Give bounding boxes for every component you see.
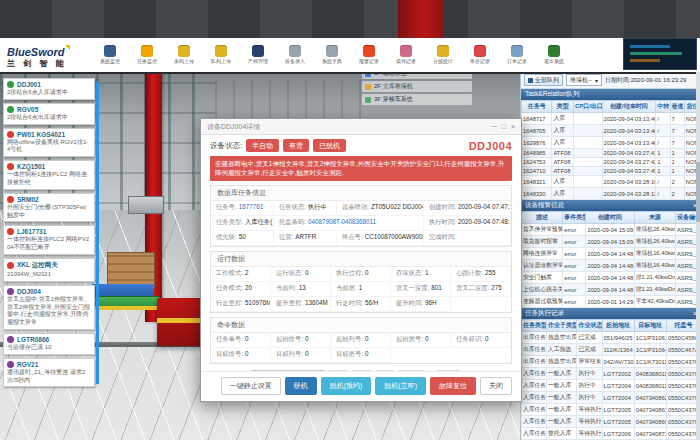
table-cell: /: [656, 125, 670, 137]
table-row[interactable]: 入库任务一般入库等待执行LGT7200504073408670550C43760…: [522, 404, 700, 416]
table-row[interactable]: 1648330入库2020-09-04 03:28:12/2NON: [522, 188, 700, 200]
table-row[interactable]: 入库任务一般入库执行中LGT7200404083680110550C437600…: [522, 380, 700, 392]
table-cell: error: [563, 224, 586, 236]
table-row[interactable]: 变频器过载预警error2020-09-01 14:29:20平车42,40kw…: [522, 296, 700, 308]
column-header[interactable]: 托盘号: [666, 320, 700, 332]
panel-scrollbar-thumb[interactable]: [696, 162, 700, 222]
column-header[interactable]: 起始地址: [602, 320, 634, 332]
column-header[interactable]: 描述: [522, 212, 563, 224]
table-row[interactable]: 出库任务人工拣选已完成112/K/13641C1/P310640550C467A…: [522, 344, 700, 356]
toolbar-button[interactable]: 库存记录: [461, 45, 498, 65]
table-cell: 变频器过载预警: [522, 296, 563, 308]
column-header[interactable]: 任务号: [522, 101, 552, 113]
device-card[interactable]: KZQ1501一体控制柜1连接PLC2 网络连接被拒绝: [3, 160, 95, 190]
column-header[interactable]: 创建/结束时间: [602, 101, 656, 113]
device-type-select[interactable]: 堆垛机-- ▾: [566, 74, 602, 86]
field-cell: 任务标识:0: [451, 333, 511, 348]
toolbar-button[interactable]: 产线管理: [239, 45, 276, 65]
panel-scrollbar[interactable]: [696, 72, 700, 440]
table-cell: 整托入库: [547, 428, 577, 440]
device-card[interactable]: DDJ004货叉左脱中,货叉1伸报文异常,货叉2伸报文异常,外围安全门报警中,行…: [3, 285, 95, 330]
table-row[interactable]: 认址器读数异常error2020-09-04 14:48:34堆垛机16,40k…: [522, 260, 700, 272]
column-header[interactable]: 巷道: [670, 101, 684, 113]
toolbar-button[interactable]: 报警记录: [350, 45, 387, 65]
device-card[interactable]: LJ617731一体控制柜连接PLC2 网络PV204不匹配已断开: [3, 225, 95, 255]
table-row[interactable]: 网络连接异常error2020-09-04 14:48:34堆垛机16,40kw…: [522, 248, 700, 260]
footer-button[interactable]: 脱机(立即): [375, 377, 426, 395]
table-row[interactable]: 货叉伸异常预警error2020-09-04 15:09:26堆垛机26,40k…: [522, 224, 700, 236]
table-row[interactable]: 1624753ATF082020-09-04 03:27:4211NON: [522, 158, 700, 167]
field-cell: 当前层:1: [331, 282, 391, 297]
field-cell: 运行状态:0: [271, 267, 331, 282]
table-row[interactable]: 1648985ATF082020-09-04 03:27:4111NON: [522, 149, 700, 158]
toolbar-button[interactable]: 系统字典: [313, 45, 350, 65]
toolbar-button[interactable]: 操作记录: [387, 45, 424, 65]
footer-button[interactable]: 关闭: [480, 377, 512, 395]
table-cell: 1C1/P31061: [634, 332, 666, 344]
table-row[interactable]: 入库任务一般入库执行中LGT7200404073408620550C437600…: [522, 392, 700, 404]
table-row[interactable]: 1648717入库2020-09-04 03:13:40/7NON: [522, 113, 700, 125]
column-header[interactable]: 目标地址: [634, 320, 666, 332]
field-label: 目标层号:: [336, 350, 363, 357]
task-info-section: 数据库任务信息 任务号:1677761任务状态:执行中设备联动:ZT05U022…: [210, 185, 512, 247]
legend-item[interactable]: 3F 穿梭车系统: [362, 94, 472, 105]
field-cell: 位置:ARTFR: [274, 231, 337, 246]
maximize-icon[interactable]: □: [502, 123, 506, 130]
toolbar-button[interactable]: 分拣统计: [424, 45, 461, 65]
toolbar-button[interactable]: 订单记录: [498, 45, 535, 65]
table-cell: LGT72004: [602, 392, 634, 404]
column-header[interactable]: 类型: [552, 101, 573, 113]
table-row[interactable]: 1648705入库2020-09-04 03:13:40/7NON: [522, 125, 700, 137]
field-value[interactable]: 1677761: [239, 203, 264, 210]
device-card[interactable]: RGV052排站台6点出库请求中: [3, 103, 95, 125]
device-card[interactable]: PW01 KGS4021网络offline设备离线 RGV2排1-4号机: [3, 128, 95, 158]
column-header[interactable]: 中转: [656, 101, 670, 113]
table-row[interactable]: 入库任务一般入库等待执行LGT7200504073408690550C43760…: [522, 416, 700, 428]
table-row[interactable]: 上位机心跳丢失error2020-09-04 14:48:30排1.21,40k…: [522, 284, 700, 296]
column-header[interactable]: CP口/出口: [573, 101, 602, 113]
toolbar-button[interactable]: 设备接入: [276, 45, 313, 65]
device-card[interactable]: SRM02外围安全门/光栅 (STP305Fw)触发中: [3, 193, 95, 223]
device-card[interactable]: DDJ0012排站台6点入库请求中: [3, 78, 95, 100]
device-card[interactable]: LGTR0866当前缓存已满 10: [3, 333, 95, 355]
column-header[interactable]: 事件类型: [563, 212, 586, 224]
status-badge: 有货: [283, 139, 309, 152]
table-row[interactable]: 取货超时报警error2020-09-04 15:09:26堆垛机26,40kw…: [522, 236, 700, 248]
column-header[interactable]: 作业子类型: [547, 320, 577, 332]
device-card[interactable]: RGV21通讯超时_21_等待重连 请求2次/5秒内: [3, 358, 95, 388]
footer-button[interactable]: 一键静止设置: [221, 377, 281, 395]
toolbar-button[interactable]: 条码上传: [165, 45, 202, 65]
table-row[interactable]: 入库任务一般入库执行中LGT7200204083680110550C437600…: [522, 368, 700, 380]
column-header[interactable]: 来源: [634, 212, 675, 224]
field-cell: 货叉一深度:801: [391, 282, 451, 297]
table-row[interactable]: 1624710ATF082020-09-04 03:27:4511NON: [522, 167, 700, 176]
footer-button[interactable]: 脱机(预约): [321, 377, 372, 395]
queue-view-button[interactable]: 全部队列: [524, 74, 563, 86]
device-card[interactable]: XKL 运控网关21094W_M2021: [3, 258, 95, 282]
toolbar-button[interactable]: 退出系统: [535, 45, 572, 65]
footer-button[interactable]: 故障复位: [430, 377, 476, 395]
table-row[interactable]: 1629876入库2020-09-04 03:13:40/7NON: [522, 137, 700, 149]
warehouse-ceiling: [0, 0, 700, 38]
minimize-icon[interactable]: ─: [492, 123, 497, 130]
sidebar-scroll-strip[interactable]: [96, 82, 99, 384]
table-row[interactable]: 出库任务拣选空出库异常结束042/AV/7301C1/K730110550C43…: [522, 356, 700, 368]
toolbar-button[interactable]: 任务监控: [128, 45, 165, 65]
table-cell: error: [563, 260, 586, 272]
table-row[interactable]: 入库任务整托入库等待执行LGT7200604073408710550C43760…: [522, 428, 700, 440]
field-value[interactable]: 04087908T-0408368011: [308, 218, 376, 225]
table-row[interactable]: 1648321入库2020-09-04 03:28:10/2NON: [522, 176, 700, 188]
column-header[interactable]: 创建时间: [586, 212, 634, 224]
scene-minimap[interactable]: [623, 38, 697, 70]
wooden-pallet: [107, 252, 155, 288]
column-header[interactable]: 作业状态: [577, 320, 602, 332]
column-header[interactable]: 任务类型: [522, 320, 547, 332]
close-icon[interactable]: ×: [511, 123, 515, 130]
legend-item[interactable]: 2F 立库堆垛机: [362, 81, 472, 92]
table-row[interactable]: 安全门触发error2020-09-04 14:48:30排1.21,40kwD…: [522, 272, 700, 284]
toolbar-button[interactable]: 队列上传: [202, 45, 239, 65]
toolbar-button[interactable]: 系统监控: [91, 45, 128, 65]
device-card-id: RGV05: [17, 106, 38, 113]
footer-button[interactable]: 联机: [285, 377, 317, 395]
table-row[interactable]: 出库任务拣选空出库已完成051/946/251C1/P310610550C458…: [522, 332, 700, 344]
